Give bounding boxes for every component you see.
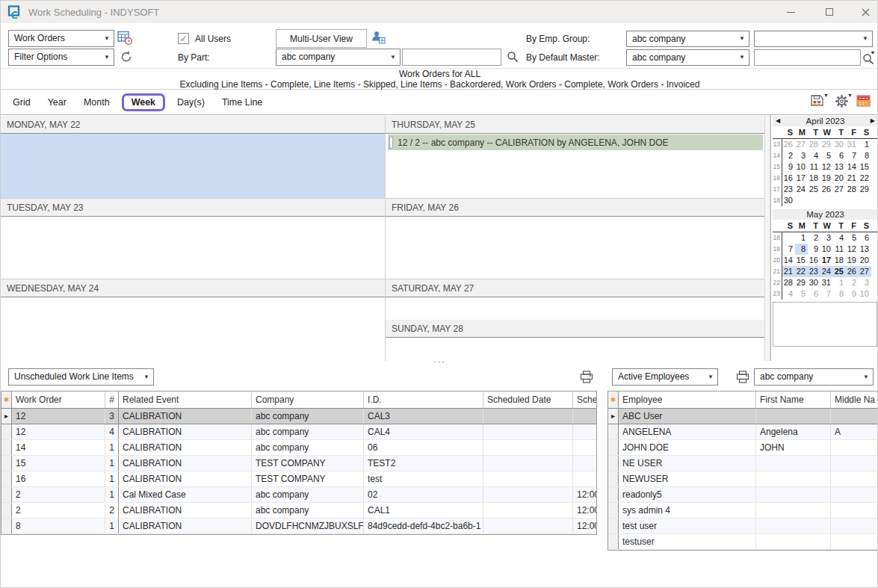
cell[interactable]: 12 [12, 409, 105, 424]
cell[interactable]: Angelena [756, 424, 831, 439]
day-cell-friday[interactable]: FRIDAY, MAY 26 [385, 198, 764, 279]
table-row[interactable]: 81CALIBRATIONDOVDLFHCNMZJBUXSLFCGNI84d9c… [1, 519, 596, 534]
cell[interactable]: ANGELENA [619, 424, 756, 439]
cell[interactable]: Cal Mixed Case [119, 487, 252, 502]
cell[interactable]: 2 [12, 503, 105, 518]
calendar-day[interactable]: 9 [782, 161, 795, 173]
calendar-day[interactable]: 27 [859, 266, 871, 277]
cell[interactable]: 3 [105, 409, 119, 424]
work-items-selector-dropdown[interactable]: Unscheduled Work Line Items ▼ [8, 368, 154, 386]
day-body[interactable] [1, 297, 385, 361]
cell[interactable]: CAL3 [364, 409, 483, 424]
cell[interactable] [483, 503, 573, 518]
calendar-day[interactable]: 19 [820, 173, 833, 184]
cell[interactable] [756, 487, 831, 502]
cell[interactable]: JOHN DOE [619, 440, 756, 455]
cell[interactable]: 1 [105, 471, 119, 486]
cell[interactable]: CALIBRATION [119, 440, 252, 455]
cell[interactable] [756, 534, 831, 549]
prev-month-icon[interactable]: ◀ [776, 116, 780, 126]
calendar-day[interactable]: 4 [808, 150, 820, 161]
cell[interactable]: sys admin 4 [619, 503, 756, 518]
cell[interactable]: 15 [12, 456, 105, 471]
next-month-icon[interactable]: ▶ [871, 116, 875, 126]
calendar-day[interactable]: 23 [782, 184, 795, 195]
calendar-day[interactable]: 17 [795, 173, 808, 184]
calendar-day[interactable]: 2 [846, 277, 859, 288]
column-header[interactable]: Company [252, 392, 364, 408]
tab-timeline[interactable]: Time Line [221, 95, 263, 110]
cell[interactable]: TEST COMPANY [252, 471, 364, 486]
cell[interactable]: 1 [105, 487, 119, 502]
calendar-day[interactable]: 10 [859, 288, 871, 300]
cell[interactable] [831, 487, 878, 502]
table-row[interactable]: NE USER [608, 456, 878, 471]
cell[interactable]: testuser [619, 534, 756, 549]
cell[interactable]: CALIBRATION [119, 519, 252, 533]
calendar-day[interactable]: 4 [782, 288, 795, 300]
cell[interactable] [756, 519, 831, 533]
cell[interactable] [831, 471, 878, 486]
cell[interactable]: abc company [252, 424, 364, 439]
cell[interactable]: 8 [12, 519, 105, 533]
schedule-calendar-clock-icon[interactable] [117, 31, 133, 46]
calendar-day[interactable]: 21 [782, 266, 795, 277]
column-header[interactable]: I.D. [364, 392, 483, 408]
cell[interactable] [573, 409, 597, 424]
table-row[interactable]: 151CALIBRATIONTEST COMPANYTEST2 [1, 456, 596, 471]
table-row[interactable]: NEWUSER [608, 471, 878, 487]
chevron-down-icon[interactable]: ▼ [847, 93, 853, 98]
calendar-day[interactable]: 19 [846, 255, 859, 266]
day-body[interactable]: 12 / 2 -- abc company -- CALIBRATION by … [386, 134, 764, 198]
tab-grid[interactable]: Grid [12, 95, 31, 110]
multi-user-grid-icon[interactable] [371, 31, 386, 44]
table-row[interactable]: readonly5 [608, 487, 878, 503]
cell[interactable]: 1 [105, 519, 119, 533]
chevron-down-icon[interactable]: ▼ [823, 93, 829, 98]
day-cell-wednesday[interactable]: WEDNESDAY, MAY 24 [1, 279, 385, 361]
cell[interactable] [573, 424, 597, 439]
maximize-button[interactable] [817, 1, 842, 23]
column-header[interactable]: Scheduled Date [483, 392, 573, 408]
employees-selector-dropdown[interactable]: Active Employees ▼ [612, 368, 718, 386]
tab-year[interactable]: Year [47, 95, 67, 110]
calendar-day[interactable]: 27 [833, 184, 846, 195]
day-body[interactable] [1, 217, 385, 279]
table-row[interactable]: ANGELENAAngelenaA [608, 424, 878, 440]
calendar-day[interactable]: 29 [859, 184, 871, 195]
calendar-day[interactable]: 6 [859, 232, 871, 244]
emp-group-extra-dropdown[interactable]: ▼ [754, 31, 873, 47]
calendar-day[interactable]: 2 [808, 232, 820, 244]
calendar-day[interactable]: 3 [795, 150, 808, 161]
calendar-day[interactable]: 1 [795, 232, 808, 244]
print-icon[interactable] [580, 371, 593, 383]
calendar-day[interactable]: 24 [795, 184, 808, 195]
cell[interactable]: CALIBRATION [119, 471, 252, 486]
calendar-day[interactable]: 31 [846, 139, 859, 150]
cell[interactable] [831, 409, 878, 424]
cell[interactable] [573, 456, 597, 471]
by-part-search-input[interactable] [402, 49, 501, 66]
cell[interactable]: TEST2 [364, 456, 483, 471]
cell[interactable]: CALIBRATION [119, 409, 252, 424]
cell[interactable] [831, 456, 878, 471]
multi-user-view-button[interactable]: Multi-User View [276, 29, 367, 48]
cell[interactable]: abc company [252, 487, 364, 502]
cell[interactable]: 4 [105, 424, 119, 439]
cell[interactable]: CALIBRATION [119, 456, 252, 471]
cell[interactable]: CALIBRATION [119, 503, 252, 518]
calendar-day[interactable]: 20 [833, 173, 846, 184]
cell[interactable] [483, 456, 573, 471]
calendar-day[interactable]: 14 [782, 255, 795, 266]
vertical-scrollbar[interactable] [764, 115, 770, 361]
calendar-day[interactable]: 25 [833, 266, 846, 277]
cell[interactable]: 2 [105, 503, 119, 518]
cell[interactable]: 06 [364, 440, 483, 455]
calendar-day[interactable]: 9 [808, 244, 820, 255]
calendar-day[interactable]: 11 [833, 244, 846, 255]
calendar-day[interactable]: 24 [820, 266, 833, 277]
cell[interactable]: 12:00:0 [573, 487, 597, 502]
cell[interactable]: 1 [105, 440, 119, 455]
calendar-day[interactable]: 28 [782, 277, 795, 288]
cell[interactable]: NEWUSER [619, 471, 756, 486]
